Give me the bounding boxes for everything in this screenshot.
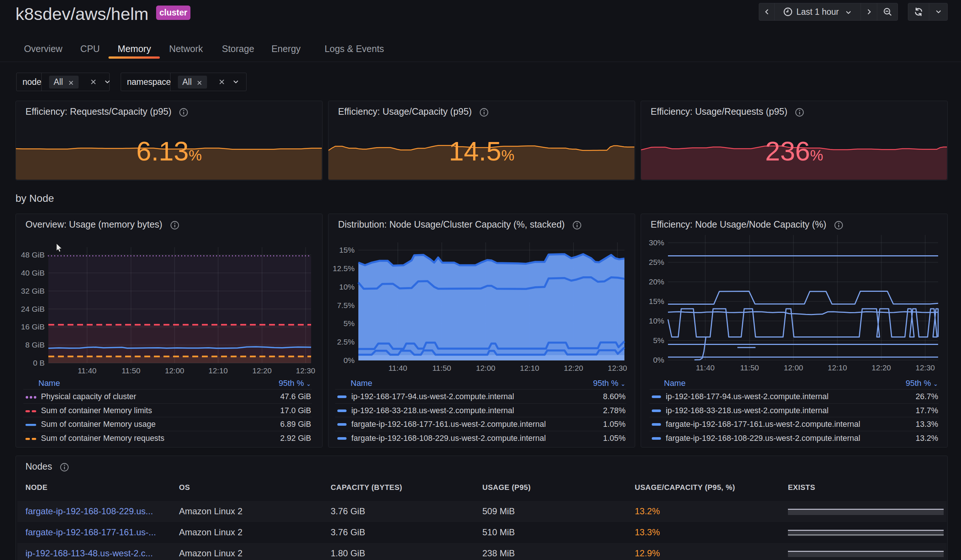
svg-text:11:50: 11:50	[122, 366, 141, 375]
svg-text:30%: 30%	[649, 238, 664, 247]
svg-text:12:10: 12:10	[828, 363, 847, 372]
svg-text:7.5%: 7.5%	[337, 301, 355, 310]
svg-text:0%: 0%	[653, 356, 664, 364]
svg-text:12:20: 12:20	[872, 363, 891, 372]
svg-text:12:10: 12:10	[520, 364, 540, 372]
svg-text:0 B: 0 B	[33, 359, 45, 367]
svg-text:24 GiB: 24 GiB	[21, 305, 45, 313]
svg-text:12:30: 12:30	[296, 366, 315, 375]
svg-text:48 GiB: 48 GiB	[21, 250, 45, 259]
svg-text:11:40: 11:40	[78, 366, 97, 375]
svg-text:2.5%: 2.5%	[337, 337, 355, 346]
svg-text:20%: 20%	[649, 278, 664, 286]
svg-text:16 GiB: 16 GiB	[21, 323, 45, 331]
svg-text:12:00: 12:00	[165, 366, 185, 375]
svg-text:5%: 5%	[344, 319, 355, 327]
svg-text:10%: 10%	[339, 282, 355, 291]
svg-text:12:20: 12:20	[252, 366, 272, 375]
svg-text:12:20: 12:20	[564, 364, 583, 372]
svg-text:15%: 15%	[649, 297, 664, 305]
svg-text:0%: 0%	[344, 356, 355, 364]
svg-text:11:50: 11:50	[740, 363, 759, 372]
svg-text:12:00: 12:00	[784, 363, 804, 372]
svg-text:12:10: 12:10	[209, 366, 228, 375]
svg-text:10%: 10%	[649, 316, 664, 325]
svg-text:32 GiB: 32 GiB	[21, 287, 45, 295]
svg-text:12:30: 12:30	[608, 364, 627, 372]
svg-text:11:40: 11:40	[696, 363, 715, 372]
svg-text:8 GiB: 8 GiB	[25, 340, 45, 349]
svg-text:12:00: 12:00	[476, 364, 496, 372]
svg-text:12:30: 12:30	[916, 363, 935, 372]
svg-text:40 GiB: 40 GiB	[21, 269, 45, 277]
svg-text:12.5%: 12.5%	[333, 264, 355, 273]
svg-text:5%: 5%	[653, 336, 664, 345]
svg-text:11:50: 11:50	[432, 364, 452, 372]
svg-text:25%: 25%	[649, 258, 664, 266]
svg-text:11:40: 11:40	[389, 364, 407, 372]
svg-text:15%: 15%	[339, 246, 355, 254]
